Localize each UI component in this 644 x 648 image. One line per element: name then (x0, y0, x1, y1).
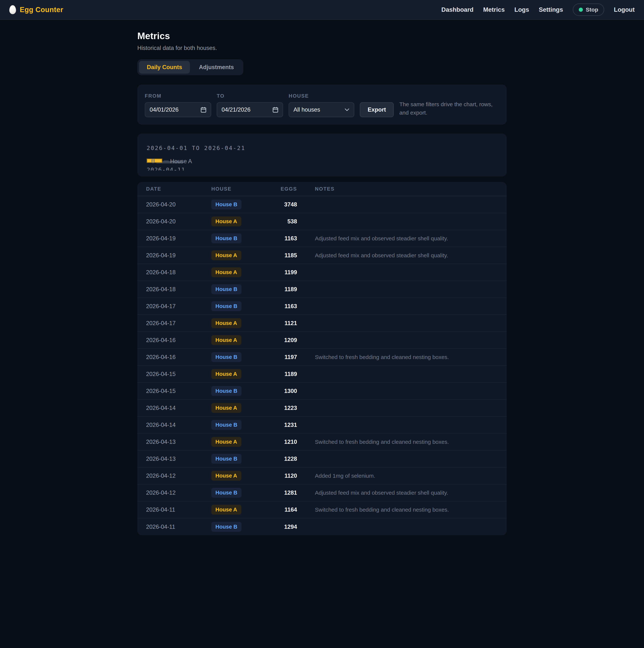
house-badge: House B (211, 200, 241, 209)
row-date: 2026-04-13 (146, 439, 211, 445)
table-row: 2026-04-20 House B 3748 (137, 196, 507, 213)
table-row: 2026-04-15 House A 1189 (137, 366, 507, 383)
tab-adjustments[interactable]: Adjustments (191, 61, 242, 73)
house-badge: House B (211, 233, 241, 243)
row-date: 2026-04-19 (146, 235, 211, 242)
row-notes: Switched to fresh bedding and cleaned ne… (297, 439, 498, 445)
house-badge: House B (211, 352, 241, 362)
row-date: 2026-04-16 (146, 354, 211, 361)
house-select-value: All houses (293, 106, 341, 113)
status-dot-icon (579, 8, 583, 12)
row-notes: Switched to fresh bedding and cleaned ne… (297, 506, 498, 513)
nav-item-settings[interactable]: Settings (539, 6, 563, 13)
house-badge: House A (211, 318, 241, 328)
table-row: 2026-04-17 House B 1163 (137, 298, 507, 315)
from-date-input[interactable]: 04/01/2026 (145, 102, 211, 117)
row-date: 2026-04-14 (146, 422, 211, 428)
table-row: 2026-04-18 House A 1199 (137, 264, 507, 281)
to-date-value: 04/21/2026 (222, 106, 270, 113)
row-eggs: 1197 (276, 354, 297, 361)
table-row: 2026-04-17 House A 1121 (137, 315, 507, 332)
house-badge: House B (211, 522, 241, 532)
row-date: 2026-04-20 (146, 218, 211, 225)
chart-card: 2026-04-01 TO 2026-04-21 0 House A 2026-… (137, 133, 507, 176)
nav-item-dashboard[interactable]: Dashboard (441, 6, 474, 13)
row-date: 2026-04-19 (146, 252, 211, 259)
row-date: 2026-04-15 (146, 371, 211, 377)
page-title: Metrics (137, 31, 507, 41)
row-date: 2026-04-15 (146, 388, 211, 394)
calendar-icon (201, 107, 206, 113)
chevron-down-icon (344, 108, 350, 111)
to-label: TO (217, 93, 283, 99)
table-row: 2026-04-12 House B 1281 Adjusted feed mi… (137, 484, 507, 501)
export-button[interactable]: Export (360, 102, 394, 117)
top-nav: Egg Counter Dashboard Metrics Logs Setti… (0, 0, 644, 20)
house-badge: House A (211, 505, 241, 515)
table-row: 2026-04-20 House A 538 (137, 213, 507, 230)
row-eggs: 1163 (276, 303, 297, 310)
nav-item-metrics[interactable]: Metrics (483, 6, 505, 13)
house-badge: House A (211, 369, 241, 379)
logout-link[interactable]: Logout (614, 6, 635, 13)
house-label: HOUSE (289, 93, 354, 99)
row-date: 2026-04-11 (146, 524, 211, 530)
row-eggs: 1199 (276, 269, 297, 276)
stop-button[interactable]: Stop (573, 4, 604, 16)
row-date: 2026-04-17 (146, 303, 211, 310)
table-row: 2026-04-11 House A 1164 Switched to fres… (137, 501, 507, 518)
row-date: 2026-04-12 (146, 473, 211, 479)
row-notes: Added 1mg of selenium. (297, 473, 498, 479)
row-eggs: 1120 (276, 473, 297, 479)
table-row: 2026-04-19 House B 1163 Adjusted feed mi… (137, 230, 507, 247)
table-row: 2026-04-16 House B 1197 Switched to fres… (137, 349, 507, 366)
to-date-input[interactable]: 04/21/2026 (217, 102, 283, 117)
house-badge: House A (211, 267, 241, 277)
table-row: 2026-04-14 House B 1231 (137, 417, 507, 434)
house-badge: House A (211, 335, 241, 345)
row-date: 2026-04-14 (146, 405, 211, 412)
house-badge: House B (211, 488, 241, 498)
row-eggs: 1163 (276, 235, 297, 242)
col-header-house: HOUSE (211, 186, 276, 192)
daily-counts-table: DATE HOUSE EGGS NOTES 2026-04-20 House B… (137, 182, 507, 535)
tab-daily-counts[interactable]: Daily Counts (139, 61, 190, 73)
chart-range-title: 2026-04-01 TO 2026-04-21 (147, 145, 507, 151)
row-date: 2026-04-12 (146, 489, 211, 496)
from-label: FROM (145, 93, 211, 99)
axis-zero-label: 0 (151, 158, 155, 164)
filter-bar: FROM 04/01/2026 TO 04/21/2026 (137, 85, 507, 125)
table-header: DATE HOUSE EGGS NOTES (137, 182, 507, 196)
row-date: 2026-04-13 (146, 455, 211, 462)
filter-helper-text: The same filters drive the chart, rows, … (399, 100, 499, 117)
table-body: 2026-04-20 House B 3748 2026-04-20 House… (137, 196, 507, 535)
table-row: 2026-04-15 House B 1300 (137, 383, 507, 400)
row-date: 2026-04-16 (146, 337, 211, 343)
table-row: 2026-04-13 House A 1210 Switched to fres… (137, 434, 507, 450)
row-date: 2026-04-18 (146, 286, 211, 293)
row-date: 2026-04-11 (146, 506, 211, 513)
house-badge: House B (211, 454, 241, 464)
table-row: 2026-04-19 House A 1185 Adjusted feed mi… (137, 247, 507, 264)
chart-tick-clipped: 2026-04-11 (147, 166, 507, 170)
house-badge: House A (211, 437, 241, 447)
row-notes: Adjusted feed mix and observed steadier … (297, 252, 498, 259)
nav-item-logs[interactable]: Logs (515, 6, 529, 13)
from-date-field: FROM 04/01/2026 (145, 93, 211, 117)
house-field: HOUSE All houses (289, 93, 354, 117)
row-eggs: 1185 (276, 252, 297, 259)
house-badge: House B (211, 284, 241, 294)
table-row: 2026-04-13 House B 1228 (137, 450, 507, 468)
main-content: Metrics Historical data for both houses.… (137, 31, 507, 535)
row-notes: Switched to fresh bedding and cleaned ne… (297, 354, 498, 360)
house-badge: House B (211, 386, 241, 396)
nav-links: Dashboard Metrics Logs Settings Stop Log… (441, 4, 635, 16)
house-badge: House A (211, 403, 241, 413)
stop-button-label: Stop (586, 6, 598, 13)
house-badge: House B (211, 301, 241, 311)
house-a-legend-label: House A (170, 158, 192, 164)
row-eggs: 1210 (276, 439, 297, 445)
house-badge: House A (211, 471, 241, 481)
house-select[interactable]: All houses (289, 102, 354, 117)
calendar-icon (273, 107, 278, 113)
